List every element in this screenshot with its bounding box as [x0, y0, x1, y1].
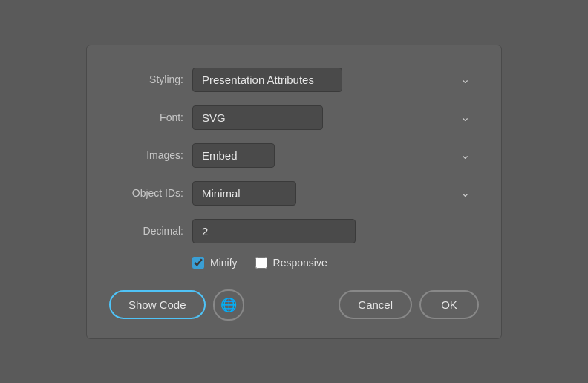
font-select[interactable]: SVG Convert to Outline Include SVG Fonts	[192, 105, 323, 130]
button-row: Show Code 🌐 Cancel OK	[109, 289, 479, 321]
font-row: Font: SVG Convert to Outline Include SVG…	[109, 105, 479, 130]
responsive-checkbox[interactable]	[255, 257, 267, 269]
object-ids-select[interactable]: Minimal Layer Names Unique	[192, 181, 296, 206]
ok-button[interactable]: OK	[419, 290, 479, 319]
object-ids-label: Object IDs:	[109, 187, 183, 199]
dialog: Styling: Presentation Attributes Interna…	[86, 45, 502, 339]
styling-label: Styling:	[109, 73, 183, 85]
font-select-wrapper: SVG Convert to Outline Include SVG Fonts	[192, 105, 479, 130]
images-row: Images: Embed Link Preserve	[109, 143, 479, 168]
images-select-wrapper: Embed Link Preserve	[192, 143, 479, 168]
cancel-button[interactable]: Cancel	[339, 290, 412, 319]
minify-label: Minify	[210, 257, 238, 269]
images-select[interactable]: Embed Link Preserve	[192, 143, 275, 168]
responsive-label: Responsive	[273, 257, 327, 269]
decimal-row: Decimal:	[109, 219, 479, 243]
images-label: Images:	[109, 149, 183, 161]
globe-button[interactable]: 🌐	[213, 289, 244, 321]
styling-select-wrapper: Presentation Attributes Internal CSS Inl…	[192, 68, 479, 92]
styling-select[interactable]: Presentation Attributes Internal CSS Inl…	[192, 68, 342, 92]
checkbox-row: Minify Responsive	[192, 257, 479, 269]
object-ids-select-wrapper: Minimal Layer Names Unique	[192, 181, 479, 206]
minify-checkbox-item[interactable]: Minify	[192, 257, 238, 269]
styling-row: Styling: Presentation Attributes Interna…	[109, 68, 479, 92]
responsive-checkbox-item[interactable]: Responsive	[255, 257, 327, 269]
object-ids-row: Object IDs: Minimal Layer Names Unique	[109, 181, 479, 206]
minify-checkbox[interactable]	[192, 257, 204, 269]
decimal-label: Decimal:	[109, 225, 183, 237]
font-label: Font:	[109, 111, 183, 123]
show-code-button[interactable]: Show Code	[109, 290, 206, 319]
globe-icon: 🌐	[220, 297, 237, 313]
decimal-input[interactable]	[192, 219, 356, 243]
